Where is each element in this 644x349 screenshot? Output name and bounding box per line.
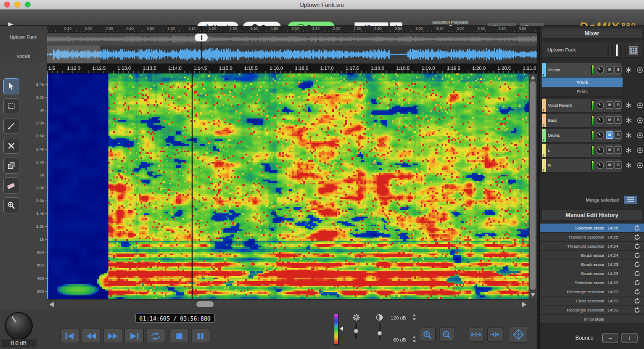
crosshair-select-button[interactable]	[509, 326, 528, 343]
scroll-down-arrow[interactable]	[531, 293, 535, 297]
vertical-scrollbar-thumb[interactable]	[530, 81, 536, 290]
scroll-up-arrow[interactable]	[531, 76, 535, 79]
scroll-right-arrow[interactable]	[522, 302, 526, 307]
horizontal-scrollbar[interactable]	[47, 299, 529, 309]
zoom-time-ruler[interactable]: 1.51:12.01:12.51:13.01:13.51:14.01:14.51…	[47, 64, 537, 73]
pan-knob[interactable]	[596, 146, 604, 154]
freeze-track-button[interactable]	[625, 161, 633, 169]
history-undo-button[interactable]	[634, 252, 640, 258]
history-item[interactable]: Clear selection14:23	[540, 296, 644, 306]
scroll-left-arrow[interactable]	[49, 302, 54, 307]
vertical-scrollbar[interactable]	[529, 73, 537, 299]
mixer-track-body[interactable]: 1VocalsMS	[541, 63, 622, 77]
history-item[interactable]: initial state	[540, 315, 644, 324]
history-undo-button[interactable]	[634, 234, 640, 240]
mixer-track-body[interactable]: 4DrumsMS	[541, 128, 622, 143]
freeze-track-button[interactable]	[625, 146, 633, 154]
pan-knob[interactable]	[596, 161, 604, 169]
volume-knob[interactable]	[5, 312, 33, 340]
history-item[interactable]: Brush erase14:23	[540, 269, 644, 278]
master-fader-handle[interactable]	[616, 44, 618, 56]
mute-button[interactable]: M	[606, 161, 613, 169]
bounce-plus-button[interactable]: +	[621, 333, 638, 343]
skip-end-button[interactable]	[125, 329, 144, 343]
tab-edits[interactable]: Edits	[541, 87, 623, 96]
history-undo-button[interactable]	[634, 307, 640, 313]
rect-select-tool-button[interactable]	[3, 98, 19, 114]
history-item[interactable]: Selection erase14:23	[540, 278, 644, 287]
eraser-tool-button[interactable]	[3, 177, 19, 194]
colormap-marker[interactable]	[340, 326, 343, 331]
contrast-slider-thumb[interactable]	[377, 331, 382, 336]
history-undo-button[interactable]	[634, 270, 640, 277]
history-item[interactable]: Brush erase14:24	[540, 251, 644, 260]
freeze-track-button[interactable]	[625, 131, 633, 139]
mixer-track-l[interactable]: 5LMS	[540, 143, 644, 158]
history-item[interactable]: Rectangle selection14:23	[540, 287, 644, 296]
db-bottom-stepper[interactable]	[412, 336, 416, 345]
mixer-track-body[interactable]: 2Vocal ReverbMS	[541, 98, 622, 113]
skip-start-button[interactable]	[60, 329, 79, 343]
pan-knob[interactable]	[596, 131, 604, 139]
solo-button[interactable]: S	[614, 131, 622, 139]
mute-button[interactable]: M	[606, 101, 613, 109]
tab-track[interactable]: Track	[541, 77, 623, 87]
hzoom-out-button[interactable]	[468, 328, 484, 341]
pointer-tool-button[interactable]	[3, 78, 19, 94]
isolate-track-button[interactable]	[635, 131, 644, 139]
solo-button[interactable]: S	[614, 116, 622, 124]
history-undo-button[interactable]	[634, 243, 640, 249]
mixer-track-bass[interactable]: 3BassMS	[540, 113, 644, 128]
cross-tool-button[interactable]	[3, 138, 19, 154]
mute-button[interactable]: M	[606, 131, 613, 139]
freeze-track-button[interactable]	[625, 116, 633, 124]
hzoom-in-button[interactable]	[487, 328, 503, 341]
isolate-track-button[interactable]	[635, 161, 644, 169]
overview-time-ruler[interactable]: 0:100:200:300:400:501:001:101:201:301:40…	[47, 26, 537, 33]
solo-button[interactable]: S	[614, 146, 622, 154]
isolate-track-button[interactable]	[635, 116, 644, 124]
merge-selected-button[interactable]	[624, 195, 638, 204]
pen-tool-button[interactable]	[3, 118, 19, 134]
pan-knob[interactable]	[596, 116, 604, 124]
mute-button[interactable]: M	[606, 66, 613, 73]
history-undo-button[interactable]	[634, 225, 640, 231]
master-fader[interactable]	[608, 45, 626, 56]
fast-forward-button[interactable]	[103, 329, 122, 343]
history-undo-button[interactable]	[634, 261, 640, 268]
pan-knob[interactable]	[596, 101, 604, 109]
master-options-button[interactable]	[629, 46, 638, 55]
history-item[interactable]: Rectangle selection14:23	[540, 306, 644, 315]
mixer-track-r[interactable]: 6RMS	[540, 158, 644, 173]
contrast-button[interactable]	[376, 314, 383, 323]
overview-waveform-vocals[interactable]	[47, 46, 537, 64]
isolate-track-button[interactable]	[635, 65, 644, 74]
master-track-row[interactable]: Uptown Funk	[541, 42, 642, 58]
stop-button[interactable]	[170, 329, 189, 343]
mute-button[interactable]: M	[606, 116, 613, 124]
mixer-track-vocal-reverb[interactable]: 2Vocal ReverbMS	[540, 98, 644, 113]
isolate-track-button[interactable]	[635, 146, 644, 154]
loop-button[interactable]	[146, 329, 165, 343]
pan-knob[interactable]	[596, 66, 604, 74]
history-item[interactable]: Transient selection14:25	[540, 233, 644, 242]
history-undo-button[interactable]	[634, 279, 640, 286]
settings-button[interactable]	[352, 313, 361, 324]
history-undo-button[interactable]	[634, 288, 640, 295]
zoom-out-button[interactable]	[439, 328, 455, 341]
bounce-minus-button[interactable]: −	[602, 333, 618, 343]
mixer-track-drums[interactable]: 4DrumsMS	[540, 128, 644, 143]
freeze-track-button[interactable]	[625, 101, 633, 109]
freeze-track-button[interactable]	[625, 65, 633, 74]
solo-button[interactable]: S	[614, 161, 622, 169]
colormap-gradient[interactable]	[334, 314, 339, 345]
duplicate-tool-button[interactable]	[3, 158, 19, 174]
spectrogram-canvas[interactable]	[47, 73, 529, 299]
mixer-track-vocals[interactable]: 1VocalsMS	[540, 62, 644, 77]
history-item[interactable]: Brush erase14:23	[540, 260, 644, 269]
isolate-track-button[interactable]	[635, 101, 644, 109]
history-item[interactable]: Threshold selection14:24	[540, 242, 644, 251]
db-top-stepper[interactable]	[412, 314, 416, 323]
mixer-track-body[interactable]: 5LMS	[541, 143, 622, 158]
rewind-button[interactable]	[82, 329, 101, 343]
